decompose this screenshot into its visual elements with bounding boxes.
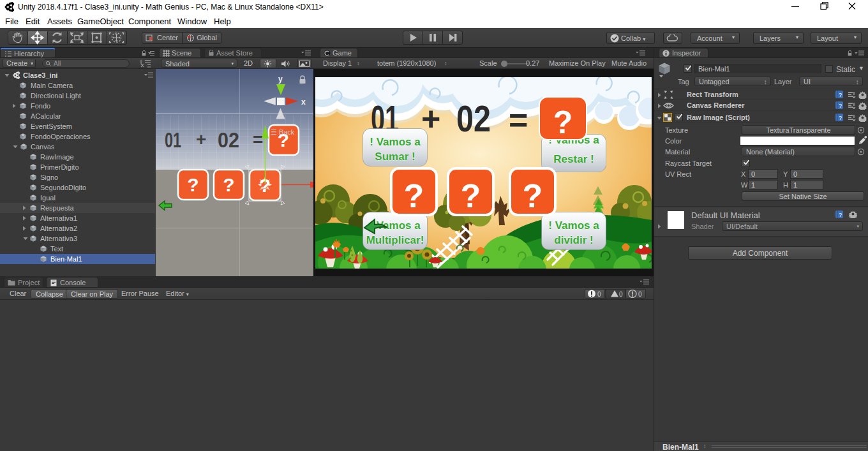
svg-text:?: ? [523,177,543,214]
svg-text:dividir !: dividir ! [554,234,593,246]
svg-text:! Vamos a: ! Vamos a [370,136,421,148]
svg-text:?: ? [839,212,842,218]
svg-text:y: y [278,75,283,84]
svg-text:Restar !: Restar ! [553,153,594,165]
svg-text:0: 0 [597,291,601,298]
svg-text:Multiplicar!: Multiplicar! [366,234,424,246]
svg-text:?: ? [839,115,842,121]
svg-text:x: x [301,98,306,107]
svg-text:?: ? [404,177,424,214]
svg-text:0: 0 [619,291,623,298]
svg-text:=: = [253,129,263,149]
svg-text:?: ? [187,174,198,195]
svg-text:+: + [196,129,206,149]
svg-text:?: ? [553,105,573,140]
svg-text:=: = [509,101,528,138]
svg-text:?: ? [839,92,842,98]
svg-text:0: 0 [638,291,642,298]
svg-text:02: 02 [456,98,491,139]
svg-text:?: ? [461,177,481,214]
svg-text:! Vamos a: ! Vamos a [548,219,599,232]
svg-text:01: 01 [165,128,181,152]
svg-text:Sumar !: Sumar ! [375,151,415,163]
svg-text:?: ? [839,103,842,109]
svg-text:?: ? [223,174,234,195]
svg-text:02: 02 [218,128,239,152]
svg-text:☰ Back: ☰ Back [271,128,295,136]
